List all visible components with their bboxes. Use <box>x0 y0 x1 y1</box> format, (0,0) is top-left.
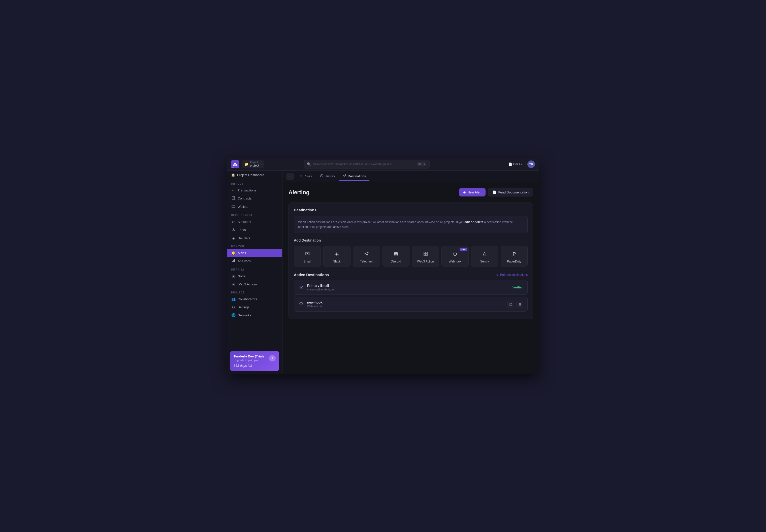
section-label-project: Project <box>227 288 282 295</box>
tab-destinations-label: Destinations <box>348 174 366 178</box>
sidebar-item-analytics[interactable]: Analytics <box>227 257 282 265</box>
slack-dest-label: Slack <box>333 260 340 263</box>
project-text: Project project <box>250 161 259 167</box>
upgrade-days: 363 days left <box>233 364 276 368</box>
wallets-icon <box>231 205 235 209</box>
contracts-icon <box>231 196 235 201</box>
logo-area <box>231 160 239 168</box>
sidebar-item-devnets[interactable]: ◈ DevNets <box>227 234 282 242</box>
docs-button[interactable]: 📄 Docs ▾ <box>507 161 524 167</box>
tab-history-label: History <box>325 174 335 178</box>
analytics-icon <box>231 259 235 263</box>
upgrade-title: Tenderly Dev (Trial) <box>233 354 264 358</box>
dest-card-discord[interactable]: Discord <box>382 246 410 267</box>
read-docs-label: Read Documentation <box>498 190 529 194</box>
active-dest-row-email: ✉ Primary Email snezana@tenderly.co Veri… <box>294 280 528 295</box>
dest-card-slack[interactable]: Slack <box>323 246 350 267</box>
email-dest-label: Email <box>303 260 311 263</box>
add-destination-title: Add Destination <box>294 238 528 242</box>
dest-card-telegram[interactable]: Telegram <box>353 246 380 267</box>
active-webhook-icon <box>298 302 304 307</box>
folder-icon: 📁 <box>244 162 248 166</box>
svg-point-9 <box>234 207 234 207</box>
tab-rules-label: Rules <box>303 174 312 178</box>
tenderly-logo-icon <box>231 160 239 168</box>
project-selector[interactable]: 📁 Project project ▾ <box>242 160 264 168</box>
sidebar-item-settings[interactable]: ⚙ Settings <box>227 303 282 311</box>
active-webhook-sub: Webhook Id <box>307 305 504 308</box>
sidebar-item-transactions[interactable]: ↔ Transactions <box>227 186 282 194</box>
dest-card-webhook[interactable]: New Webhook <box>442 246 469 267</box>
new-alert-label: New Alert <box>468 190 482 194</box>
tab-history[interactable]: History <box>316 172 338 181</box>
search-bar[interactable]: 🔍 Search for any transaction or address,… <box>303 160 430 169</box>
search-kbd: ⌘ + k <box>417 162 426 166</box>
destinations-tab-icon <box>343 174 346 178</box>
upgrade-card[interactable]: Tenderly Dev (Trial) Upgrade to paid pla… <box>230 351 279 371</box>
svg-rect-17 <box>424 252 425 254</box>
pagerduty-dest-icon: P <box>510 250 518 258</box>
devnets-label: DevNets <box>238 236 250 240</box>
transactions-label: Transactions <box>238 188 256 192</box>
dest-card-email[interactable]: ✉ Email <box>294 246 321 267</box>
webhook-external-link-button[interactable] <box>507 301 514 308</box>
dest-card-web3action[interactable]: Web3 Action <box>412 246 439 267</box>
forks-label: Forks <box>238 228 246 232</box>
dest-card-sentry[interactable]: Sentry <box>471 246 498 267</box>
content-area: ‹ ≡ Rules History Destinations <box>282 171 539 374</box>
sidebar-item-simulator[interactable]: ⊙ Simulator <box>227 218 282 226</box>
sidebar-item-contracts[interactable]: Contracts <box>227 194 282 203</box>
tabs-row: ‹ ≡ Rules History Destinations <box>282 171 539 182</box>
slack-dest-icon <box>333 250 341 258</box>
sidebar-item-networks[interactable]: 🌐 Networks <box>227 311 282 319</box>
active-email-icon: ✉ <box>298 285 304 290</box>
node-icon: ▣ <box>231 274 235 278</box>
refresh-icon: ↻ <box>496 273 499 277</box>
active-dest-header-row: Active Destinations ↻ Refresh destinatio… <box>294 273 528 277</box>
sidebar-item-project-dashboard[interactable]: 🏠 Project Dashboard <box>227 171 282 179</box>
search-icon: 🔍 <box>307 162 311 166</box>
svg-rect-3 <box>231 167 234 168</box>
web3-actions-icon: ▣ <box>231 282 235 286</box>
destinations-card: Destinations Web3 Action destinations ar… <box>288 203 533 319</box>
collapse-sidebar-button[interactable]: ‹ <box>286 173 293 180</box>
search-placeholder-text: Search for any transaction or address, a… <box>313 162 395 166</box>
new-alert-icon: ⊕ <box>463 190 466 194</box>
upgrade-subtitle: Upgrade to paid plan <box>233 359 264 362</box>
section-label-development: Development <box>227 211 282 218</box>
sidebar-item-collaborators[interactable]: 👥 Collaborators <box>227 295 282 303</box>
sidebar: 🏠 Project Dashboard Inspect ↔ Transactio… <box>227 171 282 374</box>
chevron-down-icon: ▾ <box>260 163 262 165</box>
sidebar-item-web3-actions[interactable]: ▣ Web3 Actions <box>227 280 282 288</box>
upgrade-card-header-row: Tenderly Dev (Trial) Upgrade to paid pla… <box>233 354 276 362</box>
active-webhook-actions <box>507 301 523 308</box>
refresh-destinations-button[interactable]: ↻ Refresh destinations <box>496 273 528 277</box>
docs-chevron-icon: ▾ <box>521 163 522 165</box>
devnets-icon: ◈ <box>231 236 235 240</box>
simulator-icon: ⊙ <box>231 220 235 224</box>
sidebar-item-forks[interactable]: Forks <box>227 226 282 234</box>
info-text-1: Web3 Action destinations are visible onl… <box>298 220 464 224</box>
active-email-info: Primary Email snezana@tenderly.co <box>307 284 510 291</box>
read-docs-button[interactable]: 📄 Read Documentation <box>488 188 533 196</box>
refresh-label: Refresh destinations <box>500 273 528 277</box>
upgrade-card-text: Tenderly Dev (Trial) Upgrade to paid pla… <box>233 354 264 362</box>
sidebar-item-alerts[interactable]: 🔔 Alerts <box>227 249 282 257</box>
webhook-delete-button[interactable] <box>516 301 523 308</box>
new-alert-button[interactable]: ⊕ New Alert <box>459 188 486 196</box>
dest-card-pagerduty[interactable]: P PagerDuty <box>501 246 528 267</box>
destinations-section-title: Destinations <box>294 208 528 212</box>
networks-icon: 🌐 <box>231 313 235 317</box>
sidebar-item-wallets[interactable]: Wallets <box>227 203 282 211</box>
telegram-dest-label: Telegram <box>360 260 372 263</box>
read-docs-icon: 📄 <box>492 190 497 194</box>
active-webhook-info: new-hook Webhook Id <box>307 301 504 308</box>
tab-rules[interactable]: ≡ Rules <box>296 172 315 181</box>
page-header: Alerting ⊕ New Alert 📄 Read Documentatio… <box>288 188 533 196</box>
tab-destinations[interactable]: Destinations <box>339 172 369 181</box>
sidebar-item-node[interactable]: ▣ Node <box>227 272 282 280</box>
webhook-dest-label: Webhook <box>449 260 461 263</box>
active-email-name: Primary Email <box>307 284 510 287</box>
avatar[interactable]: TD <box>527 160 535 168</box>
settings-icon: ⚙ <box>231 305 235 309</box>
